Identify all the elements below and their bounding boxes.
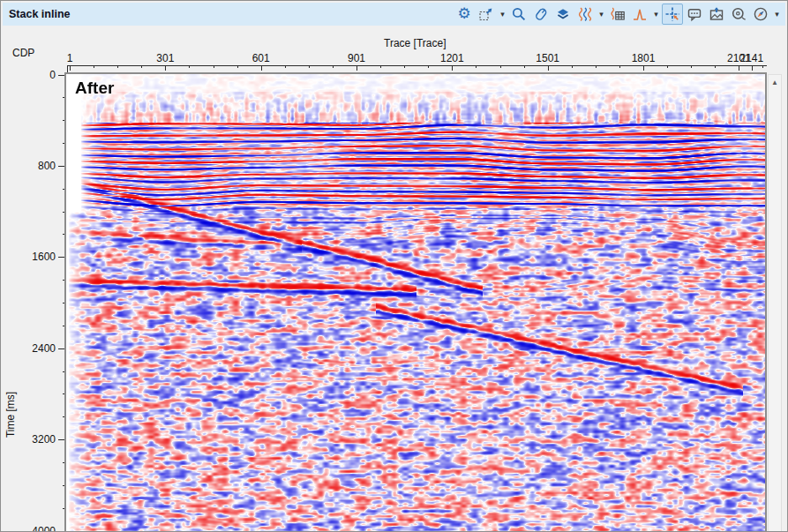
settings-button[interactable]: ⚙	[454, 4, 475, 25]
trace-minor-tick	[94, 65, 94, 68]
trace-minor-tick	[572, 65, 573, 68]
chevron-down-icon: ▾	[654, 10, 658, 19]
vertical-scrollbar[interactable]: ▲	[768, 74, 782, 532]
trace-tick-label: 1801	[631, 52, 656, 64]
trace-tick-label: 601	[249, 52, 274, 64]
trace-minor-tick	[667, 65, 668, 68]
trace-minor-tick	[333, 65, 334, 68]
wiggle-display-button[interactable]	[574, 4, 596, 25]
trace-major-tick	[356, 65, 357, 71]
titlebar: Stack inline ⚙▾▾▾▾	[3, 3, 785, 26]
trace-minor-tick	[715, 65, 716, 68]
wiggle-traces-icon	[577, 6, 593, 22]
trace-minor-tick	[524, 65, 525, 68]
trace-minor-tick	[285, 65, 286, 68]
app-window: Stack inline ⚙▾▾▾▾ CDP Trace [Trace] Tim…	[0, 0, 788, 532]
comment-icon	[687, 6, 702, 22]
amplitude-spectrum-button[interactable]	[629, 4, 650, 25]
magnifier-icon	[511, 6, 527, 22]
export-image-button[interactable]	[706, 4, 727, 25]
time-tick-label: 3200	[17, 433, 56, 446]
trace-major-tick	[70, 65, 71, 71]
time-tick-label: 1600	[17, 251, 56, 263]
trace-minor-tick	[596, 65, 597, 68]
trace-minor-tick	[404, 65, 405, 68]
mouse-options-button[interactable]	[530, 4, 552, 25]
time-tick-label: 800	[17, 160, 56, 172]
trace-tick-label: 901	[344, 52, 369, 64]
scrollbar-up-icon[interactable]: ▲	[769, 75, 781, 89]
trace-table-button[interactable]	[607, 4, 628, 25]
chevron-down-icon: ▾	[599, 10, 604, 19]
histogram-icon	[632, 6, 648, 22]
layers-button[interactable]	[552, 4, 574, 25]
seismic-image[interactable]	[66, 74, 765, 532]
trace-axis-line	[68, 65, 767, 66]
trace-tick-label: 301	[153, 52, 177, 64]
measure-icon	[731, 6, 747, 22]
time-tick-label: 4000	[17, 525, 56, 532]
gear-icon: ⚙	[457, 6, 470, 22]
measure-button[interactable]	[728, 4, 749, 25]
page-title: Stack inline	[3, 8, 70, 20]
toolbar: ⚙▾▾▾▾	[454, 3, 782, 26]
trace-minor-tick	[619, 65, 620, 68]
cdp-axis-label: CDP	[12, 47, 34, 59]
trace-minor-tick	[309, 65, 310, 68]
time-axis-title: Time [ms]	[4, 384, 17, 446]
trace-minor-tick	[189, 65, 190, 68]
trace-minor-tick	[117, 65, 118, 68]
trace-minor-tick	[691, 65, 692, 68]
select-region-icon	[478, 6, 494, 22]
trace-minor-tick	[141, 65, 142, 68]
export-image-icon	[709, 6, 724, 22]
time-tick-label: 2400	[17, 342, 56, 355]
trace-major-tick	[752, 65, 753, 71]
chevron-down-icon: ▾	[775, 10, 779, 19]
trace-tick-label: 1201	[439, 52, 464, 64]
compass-dropdown[interactable]: ▾	[772, 4, 782, 25]
crosshair-icon	[664, 6, 680, 22]
select-region-dropdown[interactable]: ▾	[498, 4, 507, 25]
amplitude-spectrum-dropdown[interactable]: ▾	[651, 4, 661, 25]
compass-icon	[753, 6, 769, 22]
mouse-icon	[533, 6, 549, 22]
trace-major-tick	[261, 65, 262, 71]
chevron-down-icon: ▾	[500, 10, 505, 19]
trace-table-icon	[610, 6, 626, 22]
comments-button[interactable]	[684, 4, 705, 25]
trace-minor-tick	[500, 65, 501, 68]
trace-minor-tick	[237, 65, 238, 68]
wiggle-display-dropdown[interactable]: ▾	[597, 4, 606, 25]
trace-tick-label: 2141	[739, 52, 764, 64]
select-region-button[interactable]	[476, 4, 497, 25]
trace-axis-title: Trace [Trace]	[384, 37, 446, 49]
trace-major-tick	[452, 65, 453, 71]
time-tick-label: 0	[17, 69, 56, 81]
trace-major-tick	[643, 65, 644, 71]
trace-tick-label: 1	[57, 52, 82, 64]
trace-minor-tick	[762, 65, 763, 68]
trace-major-tick	[165, 65, 166, 71]
plot-annotation: After	[75, 79, 114, 98]
trace-minor-tick	[428, 65, 429, 68]
pick-crosshair-button[interactable]	[662, 4, 683, 25]
trace-tick-label: 1501	[536, 52, 560, 64]
trace-minor-tick	[214, 65, 214, 68]
compass-button[interactable]	[750, 4, 771, 25]
trace-major-tick	[739, 65, 739, 71]
layers-icon	[555, 6, 571, 22]
zoom-button[interactable]	[508, 4, 529, 25]
trace-minor-tick	[476, 65, 477, 68]
trace-minor-tick	[380, 65, 381, 68]
trace-major-tick	[548, 65, 549, 71]
